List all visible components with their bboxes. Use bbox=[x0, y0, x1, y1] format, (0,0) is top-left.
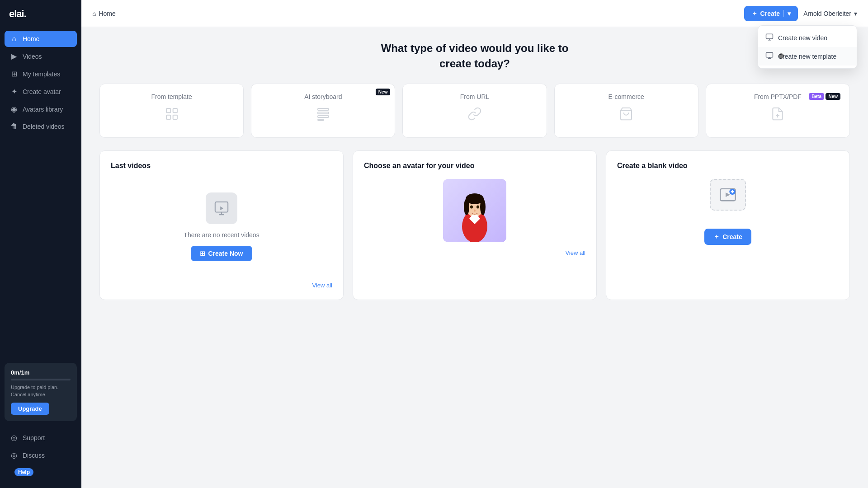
card-ai-storyboard[interactable]: New AI storyboard bbox=[251, 84, 395, 138]
avatar-display bbox=[364, 179, 585, 242]
upgrade-card: 0m/1m Upgrade to paid plan. Cancel anyti… bbox=[5, 363, 77, 421]
svg-point-22 bbox=[476, 206, 479, 209]
ai-storyboard-badge: New bbox=[376, 89, 391, 95]
last-videos-card: Last videos There are no recent videos ⊞… bbox=[99, 150, 344, 300]
svg-rect-2 bbox=[166, 108, 170, 113]
upgrade-button[interactable]: Upgrade bbox=[11, 403, 49, 415]
page-title-line2: create today? bbox=[439, 57, 510, 70]
svg-rect-5 bbox=[173, 115, 177, 119]
header-right: ＋ Create ▾ Arnold Oberleiter ▾ bbox=[744, 6, 857, 21]
blank-video-create-button[interactable]: ＋ Create bbox=[704, 229, 751, 245]
help-button[interactable]: Help bbox=[9, 465, 72, 480]
sidebar-item-deleted-label: Deleted videos bbox=[23, 123, 65, 130]
create-btn-plus: ＋ bbox=[751, 9, 758, 18]
sidebar-item-avatars-label: Avatars library bbox=[23, 106, 63, 113]
page-title: What type of video would you like to cre… bbox=[99, 41, 850, 71]
from-template-icon bbox=[165, 107, 179, 124]
content-area: What type of video would you like to cre… bbox=[81, 27, 868, 488]
choose-avatar-title: Choose an avatar for your video bbox=[364, 162, 585, 170]
no-videos-text: There are no recent videos bbox=[184, 231, 259, 239]
video-types-row: From template New AI storyboard bbox=[99, 84, 850, 138]
create-now-button[interactable]: ⊞ Create Now bbox=[191, 246, 252, 261]
card-from-template[interactable]: From template bbox=[99, 84, 244, 138]
sidebar-item-avatars-library[interactable]: ◉ Avatars library bbox=[5, 101, 77, 117]
sidebar-item-support-label: Support bbox=[23, 434, 45, 441]
sidebar-item-my-templates[interactable]: ⊞ My templates bbox=[5, 66, 77, 82]
usage-bar bbox=[11, 379, 71, 380]
card-from-pptx[interactable]: Beta New From PPTX/PDF bbox=[706, 84, 850, 138]
sidebar-item-videos[interactable]: ▶ Videos bbox=[5, 48, 77, 65]
card-from-template-label: From template bbox=[151, 93, 192, 100]
card-e-commerce[interactable]: E-commerce bbox=[554, 84, 698, 138]
create-dropdown-button[interactable]: ＋ Create ▾ bbox=[744, 6, 798, 21]
svg-rect-6 bbox=[318, 108, 329, 110]
user-name: Arnold Oberleiter bbox=[803, 10, 851, 17]
sidebar-item-home-label: Home bbox=[23, 35, 39, 42]
svg-rect-1 bbox=[766, 52, 773, 57]
blank-video-card: Create a blank video ＋ Create bbox=[606, 150, 850, 300]
new-badge: New bbox=[826, 93, 840, 100]
create-btn-divider bbox=[783, 10, 784, 17]
upgrade-text: Upgrade to paid plan. Cancel anytime. bbox=[11, 384, 71, 398]
home-breadcrumb-icon: ⌂ bbox=[92, 10, 96, 17]
sidebar-item-deleted-videos[interactable]: 🗑 Deleted videos bbox=[5, 118, 77, 135]
sidebar: elai. ⌂ Home ▶ Videos ⊞ My templates ✦ C… bbox=[0, 0, 81, 488]
sidebar-item-create-avatar[interactable]: ✦ Create avatar bbox=[5, 83, 77, 100]
sidebar-item-videos-label: Videos bbox=[23, 53, 42, 60]
svg-point-23 bbox=[474, 210, 476, 212]
home-icon: ⌂ bbox=[10, 35, 18, 43]
beta-badge: Beta bbox=[809, 93, 824, 100]
sidebar-item-support[interactable]: ◎ Support bbox=[5, 429, 77, 446]
no-videos-icon bbox=[206, 192, 237, 224]
create-video-icon bbox=[765, 33, 774, 42]
choose-avatar-card: Choose an avatar for your video bbox=[353, 150, 597, 300]
card-ai-storyboard-label: AI storyboard bbox=[304, 93, 342, 100]
e-commerce-icon bbox=[619, 107, 633, 124]
sidebar-item-templates-label: My templates bbox=[23, 70, 60, 78]
svg-rect-0 bbox=[766, 34, 773, 39]
discuss-icon: ◎ bbox=[10, 451, 18, 460]
dropdown-create-new-video[interactable]: Create new video bbox=[758, 28, 857, 47]
sidebar-item-discuss[interactable]: ◎ Discuss bbox=[5, 447, 77, 464]
user-info[interactable]: Arnold Oberleiter ▾ bbox=[803, 10, 857, 17]
last-videos-view-all[interactable]: View all bbox=[111, 282, 332, 289]
create-now-label: Create Now bbox=[208, 250, 243, 257]
user-chevron: ▾ bbox=[854, 10, 857, 17]
sidebar-item-discuss-label: Discuss bbox=[23, 452, 45, 459]
bottom-grid: Last videos There are no recent videos ⊞… bbox=[99, 150, 850, 300]
card-from-url[interactable]: From URL bbox=[402, 84, 547, 138]
blank-video-plus-icon: ＋ bbox=[713, 233, 720, 241]
page-title-line1: What type of video would you like to bbox=[381, 42, 569, 54]
blank-video-icon bbox=[710, 179, 746, 211]
no-videos-section: There are no recent videos ⊞ Create Now bbox=[111, 179, 332, 275]
svg-rect-4 bbox=[166, 115, 170, 119]
sidebar-item-create-avatar-label: Create avatar bbox=[23, 88, 61, 95]
from-pptx-icon bbox=[770, 107, 785, 124]
svg-point-19 bbox=[464, 199, 469, 215]
deleted-videos-icon: 🗑 bbox=[10, 122, 18, 131]
ai-storyboard-icon bbox=[316, 107, 330, 124]
svg-point-21 bbox=[470, 206, 473, 209]
dropdown-create-new-template[interactable]: Create new template bbox=[758, 47, 857, 66]
breadcrumb-home: ⌂ Home bbox=[92, 10, 116, 17]
logo: elai. bbox=[0, 0, 81, 28]
videos-icon: ▶ bbox=[10, 52, 18, 61]
create-btn-label: Create bbox=[760, 10, 780, 17]
svg-rect-8 bbox=[318, 116, 329, 117]
choose-avatar-view-all[interactable]: View all bbox=[364, 249, 585, 256]
breadcrumb: ⌂ Home bbox=[92, 10, 116, 17]
create-now-icon: ⊞ bbox=[200, 250, 205, 257]
sidebar-bottom: ◎ Support ◎ Discuss Help bbox=[0, 425, 81, 488]
svg-point-20 bbox=[480, 199, 486, 215]
support-icon: ◎ bbox=[10, 433, 18, 442]
sidebar-item-home[interactable]: ⌂ Home bbox=[5, 31, 77, 47]
header: ⌂ Home ＋ Create ▾ Arnold Oberleiter ▾ bbox=[81, 0, 868, 27]
templates-icon: ⊞ bbox=[10, 70, 18, 78]
svg-rect-3 bbox=[173, 108, 177, 113]
svg-rect-7 bbox=[318, 112, 329, 114]
dropdown-create-video-label: Create new video bbox=[778, 34, 827, 42]
create-template-icon bbox=[765, 52, 774, 61]
blank-video-create-label: Create bbox=[722, 233, 742, 240]
avatar-image[interactable] bbox=[443, 179, 506, 242]
svg-rect-13 bbox=[215, 202, 228, 212]
